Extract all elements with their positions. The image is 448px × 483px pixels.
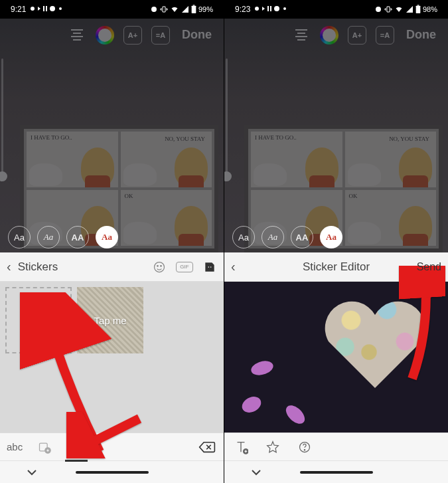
camera-add-icon [29,312,48,328]
panel-title: Sticker Editor [224,260,448,274]
svg-point-16 [255,7,259,11]
sticker-icon[interactable] [202,260,217,274]
svg-point-3 [50,6,55,11]
svg-point-12 [37,319,40,323]
status-app-icons [30,5,70,15]
backspace-button[interactable] [197,437,217,457]
alarm-icon [374,5,382,13]
font-style-row: Aa Aa AA Aa [0,226,224,248]
alarm-icon [150,5,158,13]
svg-point-25 [304,449,305,450]
system-navbar [0,460,224,483]
nav-home-pill[interactable] [300,471,373,474]
keyboard-panel: ‹ Stickers GIF Tap me abc [0,252,224,483]
preview-petal [240,395,263,415]
vibrate-icon [160,5,168,13]
sample-sticker-label: Tap me [94,315,126,326]
svg-rect-5 [192,6,196,13]
nav-collapse-icon[interactable] [27,466,37,478]
font-style-2[interactable]: Aa [37,226,60,248]
battery-icon [415,5,421,14]
add-sticker-tile[interactable] [5,287,72,353]
gif-icon[interactable]: GIF [176,262,193,272]
svg-point-11 [210,266,212,268]
status-battery: 98% [423,5,437,13]
font-style-3[interactable]: AA [291,226,313,248]
recent-sticker-tab[interactable] [35,437,54,457]
signal-icon [181,5,189,13]
sticker-preview[interactable] [224,282,448,433]
svg-point-7 [155,262,165,272]
svg-point-20 [283,7,286,10]
system-navbar [224,460,448,483]
phone-left: 9:21 99% A+ =A Done I HAVE TO GO.. NO, Y… [0,0,224,483]
preview-petal [283,402,309,427]
status-time: 9:21 [11,5,26,14]
svg-point-4 [59,7,62,10]
svg-rect-18 [270,6,271,11]
sample-sticker-tile[interactable]: Tap me [77,287,143,353]
status-battery: 99% [198,5,213,13]
svg-rect-17 [267,6,269,11]
signal-icon [406,5,413,13]
keyboard-tabs: abc [0,433,224,460]
svg-point-19 [274,6,279,11]
svg-rect-2 [46,6,47,11]
font-style-4-selected[interactable]: Aa [96,226,118,248]
svg-rect-1 [43,6,44,11]
sticker-editor-header: ‹ Sticker Editor Send [224,252,448,282]
svg-point-10 [208,266,210,268]
favorite-tool[interactable] [263,437,283,457]
svg-rect-22 [417,5,419,5]
font-style-4-selected[interactable]: Aa [320,226,342,248]
svg-rect-6 [193,5,195,5]
sticker-grid: Tap me [0,282,224,433]
editor-tools [224,433,448,460]
text-tool[interactable] [231,437,251,457]
svg-point-0 [31,7,35,11]
battery-icon [191,5,196,14]
emoji-icon[interactable] [152,260,167,274]
svg-point-8 [157,265,159,266]
phone-right: 9:23 98% A+ =A Done I HAVE TO GO.. NO, Y… [224,0,448,483]
keyboard-panel: ‹ Sticker Editor Send [224,252,448,483]
font-style-3[interactable]: AA [66,226,89,248]
font-style-1[interactable]: Aa [8,226,31,248]
svg-rect-21 [416,6,421,13]
preview-heart-object [315,288,435,395]
back-button[interactable]: ‹ [7,259,11,274]
status-time: 9:23 [235,5,250,14]
font-style-row: Aa Aa AA Aa [224,226,448,248]
preview-petal [250,358,275,378]
editor-canvas[interactable]: A+ =A Done I HAVE TO GO.. NO, YOU STAY O… [224,19,448,252]
status-bar: 9:23 98% [224,0,448,19]
nav-collapse-icon[interactable] [251,466,261,478]
send-button[interactable]: Send [417,261,441,273]
editor-canvas[interactable]: A+ =A Done I HAVE TO GO.. NO, YOU STAY O… [0,19,224,252]
favorites-tab[interactable] [66,437,86,457]
status-bar: 9:21 99% [0,0,224,19]
abc-tab[interactable]: abc [7,437,23,457]
svg-point-9 [161,265,162,266]
font-style-1[interactable]: Aa [232,226,255,248]
status-app-icons [254,5,294,15]
wifi-icon [394,5,404,13]
panel-title: Stickers [18,260,58,274]
font-style-2[interactable]: Aa [261,226,284,248]
nav-home-pill[interactable] [76,471,149,474]
vibrate-icon [384,5,392,13]
wifi-icon [170,5,179,13]
sticker-header: ‹ Stickers GIF [0,252,224,282]
help-tool[interactable] [295,437,315,457]
